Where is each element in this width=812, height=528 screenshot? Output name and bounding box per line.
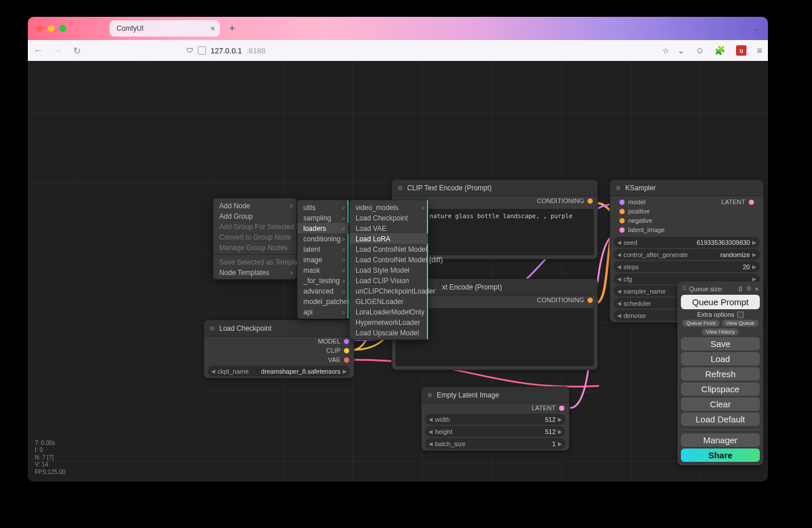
- queue-size-value: 0: [738, 285, 742, 292]
- seed-widget[interactable]: ◀seed619335363309830▶: [614, 237, 760, 248]
- node-load-checkpoint[interactable]: Load Checkpoint MODEL CLIP VAE ◀ckpt_nam…: [204, 320, 354, 378]
- bookmark-star-icon[interactable]: ☆: [662, 46, 669, 55]
- ckpt-name-widget[interactable]: ◀ckpt_name dreamshaper_8.safetensors▶: [208, 366, 350, 377]
- node-graph-canvas[interactable]: Load Checkpoint MODEL CLIP VAE ◀ckpt_nam…: [28, 61, 768, 482]
- close-window-icon[interactable]: [36, 25, 43, 32]
- menu-item-load-controlnet-model-diff-[interactable]: Load ControlNet Model (diff): [350, 254, 428, 265]
- clipspace-button[interactable]: Clipspace: [681, 382, 760, 396]
- menu-item-load-controlnet-model[interactable]: Load ControlNet Model: [350, 244, 428, 254]
- queue-prompt-button[interactable]: Queue Prompt: [681, 295, 760, 309]
- menu-item-video-models[interactable]: video_models: [350, 202, 428, 212]
- menu-item-latent[interactable]: latent: [298, 244, 349, 254]
- menu-item-convert-to-group-node[interactable]: Convert to Group Node: [213, 232, 296, 242]
- input-port-positive[interactable]: [619, 209, 625, 214]
- steps-widget[interactable]: ◀steps20▶: [614, 261, 760, 272]
- menu-item-image[interactable]: image: [298, 254, 349, 265]
- control-after-generate-widget[interactable]: ◀control_after_generaterandomize▶: [614, 249, 760, 260]
- menu-item-gligenloader[interactable]: GLIGENLoader: [350, 296, 428, 306]
- menu-item-conditioning[interactable]: conditioning: [298, 233, 349, 244]
- output-port-clip[interactable]: [344, 348, 349, 353]
- ublock-icon[interactable]: u: [736, 45, 746, 56]
- output-port-conditioning[interactable]: [588, 298, 593, 303]
- menu-item-load-clip-vision[interactable]: Load CLIP Vision: [350, 275, 428, 285]
- menu-item-utils[interactable]: utils: [298, 202, 349, 212]
- menu-item-load-style-model[interactable]: Load Style Model: [350, 265, 428, 275]
- minimize-window-icon[interactable]: [48, 25, 55, 32]
- control-panel[interactable]: ⠿ Queue size: 0 ⚙ × Queue Prompt Extra o…: [677, 281, 763, 465]
- extra-options-checkbox[interactable]: [737, 312, 744, 318]
- load-button[interactable]: Load: [681, 352, 760, 366]
- queue-front-button[interactable]: Queue Front: [682, 320, 720, 327]
- window-controls[interactable]: [36, 25, 66, 32]
- menu-item-load-vae[interactable]: Load VAE: [350, 223, 428, 233]
- clear-button[interactable]: Clear: [681, 397, 760, 411]
- share-button[interactable]: Share: [681, 449, 760, 462]
- site-info-icon[interactable]: [198, 46, 206, 55]
- close-panel-icon[interactable]: ×: [755, 285, 759, 292]
- load-default-button[interactable]: Load Default: [681, 413, 760, 426]
- context-menu-main[interactable]: Add NodeAdd GroupAdd Group For Selected …: [213, 198, 297, 280]
- menu-item-api[interactable]: api: [298, 306, 349, 317]
- menu-item-node-templates[interactable]: Node Templates: [213, 267, 296, 277]
- input-port-latent[interactable]: [619, 227, 625, 233]
- settings-icon[interactable]: ⚙: [746, 285, 752, 292]
- port-label: CLIP: [327, 347, 340, 354]
- account-icon[interactable]: ☺: [695, 45, 704, 56]
- menu-item--for-testing[interactable]: _for_testing: [298, 275, 349, 285]
- extensions-icon[interactable]: 🧩: [715, 45, 726, 56]
- close-tab-icon[interactable]: ×: [211, 24, 215, 33]
- drag-handle-icon[interactable]: ⠿: [682, 285, 686, 292]
- manager-button[interactable]: Manager: [681, 433, 760, 447]
- menu-item-hypernetworkloader[interactable]: HypernetworkLoader: [350, 317, 428, 327]
- refresh-button[interactable]: Refresh: [681, 367, 760, 381]
- node-title: KSampler: [625, 184, 656, 192]
- port-label: CONDITIONING: [537, 197, 584, 204]
- browser-tab[interactable]: ComfyUI ×: [110, 20, 220, 37]
- address-bar[interactable]: 🛡 127.0.0.1:8188: [89, 46, 654, 55]
- context-menu-categories[interactable]: utilssamplingloadersconditioninglatentim…: [297, 200, 349, 319]
- menu-item-loaders[interactable]: loaders: [298, 223, 349, 233]
- menu-item-add-group[interactable]: Add Group: [213, 211, 296, 221]
- context-menu-loaders[interactable]: video_modelsLoad CheckpointLoad VAELoad …: [349, 200, 429, 340]
- new-tab-button[interactable]: +: [229, 23, 235, 35]
- output-port-latent[interactable]: [559, 406, 564, 411]
- menu-item-mask[interactable]: mask: [298, 265, 349, 275]
- menu-item-loraloadermodelonly[interactable]: LoraLoaderModelOnly: [350, 306, 428, 317]
- forward-button[interactable]: →: [53, 45, 63, 56]
- node-empty-latent-image[interactable]: Empty Latent Image LATENT ◀width512▶ ◀he…: [421, 386, 570, 451]
- output-port-conditioning[interactable]: [588, 198, 593, 204]
- node-title: CLIP Text Encode (Prompt): [407, 184, 492, 192]
- input-port-negative[interactable]: [619, 218, 625, 223]
- menu-item-advanced[interactable]: advanced: [298, 285, 349, 296]
- menu-item-sampling[interactable]: sampling: [298, 212, 349, 223]
- port-label: MODEL: [318, 338, 340, 345]
- back-button[interactable]: ←: [34, 45, 43, 56]
- menu-icon[interactable]: ≡: [757, 45, 762, 56]
- menu-item-save-selected-as-template[interactable]: Save Selected as Template: [213, 256, 296, 267]
- width-widget[interactable]: ◀width512▶: [425, 414, 566, 425]
- reload-button[interactable]: ↻: [73, 45, 81, 56]
- menu-item-load-upscale-model[interactable]: Load Upscale Model: [350, 327, 428, 338]
- node-title: Empty Latent Image: [437, 391, 499, 399]
- save-button[interactable]: Save: [681, 337, 760, 350]
- pocket-icon[interactable]: ⌄: [677, 45, 685, 56]
- output-port-vae[interactable]: [344, 357, 349, 363]
- batch-size-widget[interactable]: ◀batch_size1▶: [425, 438, 566, 449]
- maximize-window-icon[interactable]: [59, 25, 66, 32]
- height-widget[interactable]: ◀height512▶: [425, 426, 566, 437]
- view-queue-button[interactable]: View Queue: [722, 320, 759, 327]
- view-history-button[interactable]: View History: [702, 328, 739, 335]
- menu-item-load-lora[interactable]: Load LoRA: [350, 233, 428, 244]
- menu-item-manage-group-nodes[interactable]: Manage Group Nodes: [213, 242, 296, 252]
- menu-item-model-patches[interactable]: model_patches: [298, 296, 349, 306]
- output-port-model[interactable]: [344, 339, 349, 344]
- input-port-model[interactable]: [619, 200, 625, 205]
- tab-overflow-icon[interactable]: ⌄: [754, 24, 760, 32]
- menu-item-unclipcheckpointloader[interactable]: unCLIPCheckpointLoader: [350, 285, 428, 296]
- output-port-latent[interactable]: [749, 200, 754, 205]
- shield-icon[interactable]: 🛡: [186, 46, 193, 55]
- menu-item-add-group-for-selected-nodes[interactable]: Add Group For Selected Nodes: [213, 221, 296, 232]
- port-label: CONDITIONING: [537, 296, 584, 303]
- menu-item-load-checkpoint[interactable]: Load Checkpoint: [350, 212, 428, 223]
- menu-item-add-node[interactable]: Add Node: [213, 200, 296, 211]
